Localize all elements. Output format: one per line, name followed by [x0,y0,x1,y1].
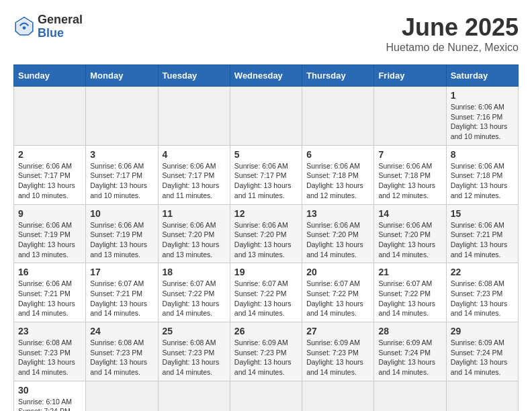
day-number: 4 [163,149,226,160]
day-number: 23 [18,326,81,336]
calendar-cell [302,381,374,411]
calendar-cell: 29Sunrise: 6:09 AMSunset: 7:24 PMDayligh… [446,322,518,381]
logo-general-text: General [38,13,83,27]
calendar-cell: 22Sunrise: 6:08 AMSunset: 7:23 PMDayligh… [446,263,518,322]
day-number: 18 [163,267,226,277]
calendar-cell: 3Sunrise: 6:06 AMSunset: 7:17 PMDaylight… [86,145,158,204]
calendar-cell: 1Sunrise: 6:06 AMSunset: 7:16 PMDaylight… [446,87,518,146]
day-info: Sunrise: 6:06 AMSunset: 7:20 PMDaylight:… [306,220,369,260]
day-info: Sunrise: 6:06 AMSunset: 7:17 PMDaylight:… [234,161,298,201]
calendar-cell: 2Sunrise: 6:06 AMSunset: 7:17 PMDaylight… [14,145,86,204]
calendar-cell: 13Sunrise: 6:06 AMSunset: 7:20 PMDayligh… [302,204,374,263]
day-number: 28 [378,326,441,336]
header-friday: Friday [374,65,446,87]
day-number: 26 [234,326,298,336]
calendar-cell: 25Sunrise: 6:08 AMSunset: 7:23 PMDayligh… [158,322,230,381]
calendar-cell: 21Sunrise: 6:07 AMSunset: 7:22 PMDayligh… [374,263,446,322]
calendar-cell [230,381,302,411]
logo-icon [13,16,35,38]
day-info: Sunrise: 6:08 AMSunset: 7:23 PMDaylight:… [163,338,226,377]
day-info: Sunrise: 6:08 AMSunset: 7:23 PMDaylight:… [451,279,514,318]
calendar-header: Sunday Monday Tuesday Wednesday Thursday… [14,65,519,87]
day-number: 8 [451,149,514,160]
day-info: Sunrise: 6:06 AMSunset: 7:20 PMDaylight:… [234,220,298,260]
day-number: 6 [306,149,369,160]
day-number: 11 [163,208,226,219]
day-info: Sunrise: 6:06 AMSunset: 7:19 PMDaylight:… [18,220,81,260]
header-monday: Monday [86,65,158,87]
day-number: 16 [18,267,81,277]
day-number: 30 [18,385,81,396]
day-info: Sunrise: 6:06 AMSunset: 7:18 PMDaylight:… [306,161,369,201]
calendar-cell [158,87,230,146]
calendar-cell [374,87,446,146]
calendar-cell [446,381,518,411]
calendar-cell: 14Sunrise: 6:06 AMSunset: 7:20 PMDayligh… [374,204,446,263]
day-number: 29 [451,326,514,336]
calendar-cell: 4Sunrise: 6:06 AMSunset: 7:17 PMDaylight… [158,145,230,204]
calendar-week-1: 1Sunrise: 6:06 AMSunset: 7:16 PMDaylight… [14,87,519,146]
logo-blue-text: Blue [38,27,83,40]
weekday-header-row: Sunday Monday Tuesday Wednesday Thursday… [14,65,519,87]
calendar-cell: 23Sunrise: 6:08 AMSunset: 7:23 PMDayligh… [14,322,86,381]
day-info: Sunrise: 6:06 AMSunset: 7:21 PMDaylight:… [451,220,514,260]
calendar-cell: 26Sunrise: 6:09 AMSunset: 7:23 PMDayligh… [230,322,302,381]
calendar-week-5: 23Sunrise: 6:08 AMSunset: 7:23 PMDayligh… [14,322,519,381]
day-info: Sunrise: 6:07 AMSunset: 7:22 PMDaylight:… [306,279,369,318]
day-number: 21 [378,267,441,277]
calendar-cell [374,381,446,411]
calendar-cell [230,87,302,146]
calendar-body: 1Sunrise: 6:06 AMSunset: 7:16 PMDaylight… [14,87,519,412]
calendar-cell: 12Sunrise: 6:06 AMSunset: 7:20 PMDayligh… [230,204,302,263]
header-wednesday: Wednesday [230,65,302,87]
calendar-cell: 17Sunrise: 6:07 AMSunset: 7:21 PMDayligh… [86,263,158,322]
calendar-week-4: 16Sunrise: 6:06 AMSunset: 7:21 PMDayligh… [14,263,519,322]
calendar-table: Sunday Monday Tuesday Wednesday Thursday… [13,64,519,411]
day-info: Sunrise: 6:06 AMSunset: 7:20 PMDaylight:… [163,220,226,260]
day-info: Sunrise: 6:06 AMSunset: 7:19 PMDaylight:… [90,220,153,260]
svg-point-2 [23,26,26,30]
day-number: 15 [451,208,514,219]
day-number: 7 [378,149,441,160]
day-info: Sunrise: 6:06 AMSunset: 7:16 PMDaylight:… [451,102,514,142]
calendar-cell: 19Sunrise: 6:07 AMSunset: 7:22 PMDayligh… [230,263,302,322]
calendar-cell: 16Sunrise: 6:06 AMSunset: 7:21 PMDayligh… [14,263,86,322]
calendar-cell: 8Sunrise: 6:06 AMSunset: 7:18 PMDaylight… [446,145,518,204]
day-number: 2 [18,149,81,160]
calendar-cell [14,87,86,146]
day-info: Sunrise: 6:07 AMSunset: 7:22 PMDaylight:… [378,279,441,318]
day-number: 13 [306,208,369,219]
day-number: 5 [234,149,298,160]
day-info: Sunrise: 6:09 AMSunset: 7:24 PMDaylight:… [378,338,441,377]
day-info: Sunrise: 6:10 AMSunset: 7:24 PMDaylight:… [18,397,81,411]
calendar-week-2: 2Sunrise: 6:06 AMSunset: 7:17 PMDaylight… [14,145,519,204]
day-number: 1 [451,90,514,101]
logo-text: General Blue [38,13,83,40]
day-info: Sunrise: 6:09 AMSunset: 7:23 PMDaylight:… [306,338,369,377]
calendar-week-3: 9Sunrise: 6:06 AMSunset: 7:19 PMDaylight… [14,204,519,263]
day-info: Sunrise: 6:06 AMSunset: 7:20 PMDaylight:… [378,220,441,260]
calendar-cell: 18Sunrise: 6:07 AMSunset: 7:22 PMDayligh… [158,263,230,322]
day-number: 25 [163,326,226,336]
calendar-cell: 20Sunrise: 6:07 AMSunset: 7:22 PMDayligh… [302,263,374,322]
calendar-cell [86,381,158,411]
title-area: June 2025 Huetamo de Nunez, Mexico [386,13,519,54]
day-number: 22 [451,267,514,277]
calendar-cell: 24Sunrise: 6:08 AMSunset: 7:23 PMDayligh… [86,322,158,381]
day-info: Sunrise: 6:07 AMSunset: 7:21 PMDaylight:… [90,279,153,318]
calendar-cell [158,381,230,411]
calendar-cell: 9Sunrise: 6:06 AMSunset: 7:19 PMDaylight… [14,204,86,263]
day-info: Sunrise: 6:06 AMSunset: 7:21 PMDaylight:… [18,279,81,318]
calendar-cell: 28Sunrise: 6:09 AMSunset: 7:24 PMDayligh… [374,322,446,381]
calendar-cell: 10Sunrise: 6:06 AMSunset: 7:19 PMDayligh… [86,204,158,263]
day-number: 24 [90,326,153,336]
day-info: Sunrise: 6:06 AMSunset: 7:18 PMDaylight:… [378,161,441,201]
calendar-cell: 5Sunrise: 6:06 AMSunset: 7:17 PMDaylight… [230,145,302,204]
day-info: Sunrise: 6:06 AMSunset: 7:17 PMDaylight:… [18,161,81,201]
day-number: 10 [90,208,153,219]
day-number: 12 [234,208,298,219]
day-info: Sunrise: 6:09 AMSunset: 7:23 PMDaylight:… [234,338,298,377]
location: Huetamo de Nunez, Mexico [386,42,519,54]
day-info: Sunrise: 6:06 AMSunset: 7:17 PMDaylight:… [163,161,226,201]
day-info: Sunrise: 6:09 AMSunset: 7:24 PMDaylight:… [451,338,514,377]
